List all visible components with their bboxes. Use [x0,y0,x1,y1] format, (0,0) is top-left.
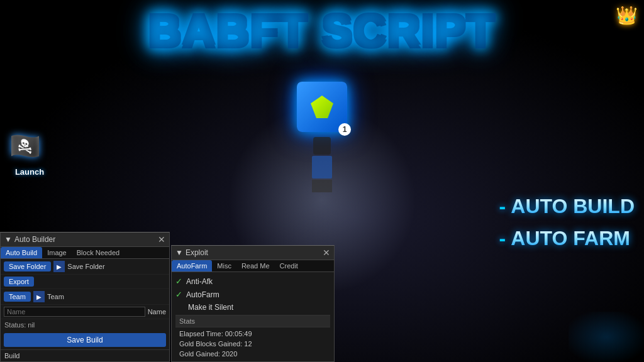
exploit-panel: ▼ Exploit ✕ AutoFarm Misc Read Me Credit… [171,245,335,362]
auto-builder-titlebar: ▼ Auto Builder ✕ [1,233,169,247]
stats-header: Stats [175,315,330,327]
launch-area[interactable]: 🏴‍☠️ Launch [9,131,50,177]
filename-row: Name [1,305,169,319]
launch-icon: 🏴‍☠️ [9,131,50,166]
gem-diamond [311,96,333,118]
char-legs [312,180,332,192]
auto-builder-title: ▼ Auto Builder [4,235,55,244]
exploit-content: ✓ Anti-Afk ✓ AutoFarm Make it Silent Sta… [172,272,334,361]
exploit-tabs: AutoFarm Misc Read Me Credit [172,260,334,272]
tab-auto-build[interactable]: Auto Build [1,247,42,258]
label-auto-farm: - AUTO FARM [499,227,635,250]
tab-image[interactable]: Image [42,247,72,258]
team-btn[interactable]: Team [4,292,31,302]
pirate-ship-icon: 🏴‍☠️ [9,132,41,160]
autofarm-label: AutoFarm [186,290,219,299]
label-auto-build: - AUTO BUILD [499,195,635,218]
status-row: Status: nil [1,319,169,331]
save-build-button[interactable]: Save Build [4,333,166,347]
dash-2: - [499,227,506,250]
auto-builder-panel: ▼ Auto Builder ✕ Auto Build Image Block … [0,232,170,362]
tab-credit[interactable]: Credit [275,260,303,272]
save-folder-value: Save Folder [67,263,104,270]
elapsed-time-row: Elapsed Time: 00:05:49 [175,329,330,339]
save-folder-row: Save Folder ▶ Save Folder [1,259,169,275]
exploit-title: ▼ Exploit [175,248,208,257]
build-label: Build [1,349,169,361]
anti-afk-label: Anti-Afk [186,277,213,286]
exploit-close[interactable]: ✕ [323,248,330,258]
filename-input[interactable] [4,307,145,317]
gold-blocks-row: Gold Blocks Gained: 12 [175,339,330,349]
tab-read-me[interactable]: Read Me [236,260,275,272]
gold-gained-row: Gold Gained: 2020 [175,349,330,359]
char-head [313,137,331,155]
team-arrow[interactable]: ▶ [33,291,45,302]
auto-farm-label: AUTO FARM [511,227,630,250]
character-area: 1 [297,82,347,192]
auto-build-label: AUTO BUILD [511,195,635,218]
save-folder-btn[interactable]: Save Folder [4,261,51,272]
anti-afk-check: ✓ [175,277,182,286]
right-labels: - AUTO BUILD - AUTO FARM [499,195,635,250]
filename-label: Name [148,308,166,315]
exploit-titlebar: ▼ Exploit ✕ [172,246,334,260]
gem-box: 1 [297,82,347,132]
tab-block-needed[interactable]: Block Needed [72,247,125,258]
export-btn[interactable]: Export [4,277,34,287]
autofarm-row: ✓ AutoFarm [175,288,330,301]
auto-builder-tabs: Auto Build Image Block Needed [1,247,169,259]
launch-label: Launch [15,167,44,177]
team-value: Team [47,293,64,300]
page-title: BABFT SCRIPT [0,5,644,57]
save-folder-arrow[interactable]: ▶ [53,261,65,272]
export-row: Export [1,275,169,289]
dash-1: - [499,195,506,218]
char-torso [312,156,332,178]
make-silent-label: Make it Silent [188,303,233,312]
character-body [312,137,332,192]
bottom-right-decoration [569,312,644,362]
team-row: Team ▶ Team [1,289,169,305]
gem-badge: 1 [338,123,351,136]
auto-builder-close[interactable]: ✕ [158,234,165,244]
tab-autofarm[interactable]: AutoFarm [172,260,212,272]
make-silent-row: Make it Silent [175,301,330,314]
tab-misc[interactable]: Misc [212,260,236,272]
anti-afk-row: ✓ Anti-Afk [175,275,330,288]
autofarm-check: ✓ [175,290,182,299]
